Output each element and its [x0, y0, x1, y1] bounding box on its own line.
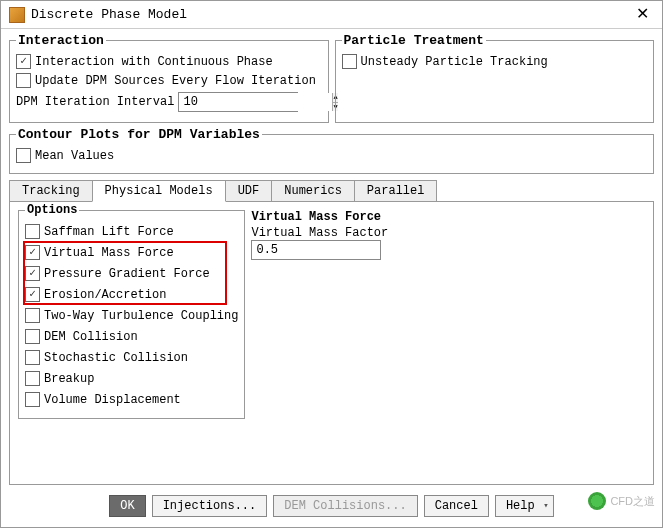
vmf-factor-label: Virtual Mass Factor: [251, 226, 388, 240]
interval-spinner[interactable]: ▲ ▼: [178, 92, 298, 112]
option-checkbox-0[interactable]: [25, 224, 40, 239]
cancel-button[interactable]: Cancel: [424, 495, 489, 517]
particle-treatment-group: Particle Treatment Unsteady Particle Tra…: [335, 33, 655, 123]
tab-numerics[interactable]: Numerics: [271, 180, 355, 202]
dialog-window: Discrete Phase Model ✕ Interaction Inter…: [0, 0, 663, 528]
option-checkbox-1[interactable]: [25, 245, 40, 260]
interaction-continuous-label: Interaction with Continuous Phase: [35, 55, 273, 69]
interaction-continuous-checkbox[interactable]: [16, 54, 31, 69]
tabs: Tracking Physical Models UDF Numerics Pa…: [9, 180, 654, 202]
option-checkbox-2[interactable]: [25, 266, 40, 281]
virtual-mass-force-group: Virtual Mass Force Virtual Mass Factor: [251, 210, 388, 260]
update-sources-checkbox[interactable]: [16, 73, 31, 88]
option-checkbox-3[interactable]: [25, 287, 40, 302]
option-label-0: Saffman Lift Force: [44, 225, 174, 239]
button-bar: OK Injections... DEM Collisions... Cance…: [9, 485, 654, 527]
injections-button[interactable]: Injections...: [152, 495, 268, 517]
option-checkbox-7[interactable]: [25, 371, 40, 386]
tab-physical-models[interactable]: Physical Models: [92, 180, 226, 202]
close-icon[interactable]: ✕: [630, 5, 654, 25]
dem-collisions-button[interactable]: DEM Collisions...: [273, 495, 417, 517]
contour-group: Contour Plots for DPM Variables Mean Val…: [9, 127, 654, 174]
option-checkbox-8[interactable]: [25, 392, 40, 407]
app-icon: [9, 7, 25, 23]
interaction-group: Interaction Interaction with Continuous …: [9, 33, 329, 123]
titlebar: Discrete Phase Model ✕: [1, 1, 662, 29]
unsteady-tracking-checkbox[interactable]: [342, 54, 357, 69]
ok-button[interactable]: OK: [109, 495, 145, 517]
option-label-5: DEM Collision: [44, 330, 138, 344]
options-group: Options Saffman Lift ForceVirtual Mass F…: [18, 210, 245, 419]
contour-legend: Contour Plots for DPM Variables: [16, 127, 262, 142]
option-checkbox-5[interactable]: [25, 329, 40, 344]
dialog-content: Interaction Interaction with Continuous …: [1, 29, 662, 527]
mean-values-checkbox[interactable]: [16, 148, 31, 163]
option-label-7: Breakup: [44, 372, 94, 386]
dialog-title: Discrete Phase Model: [31, 7, 630, 22]
option-checkbox-4[interactable]: [25, 308, 40, 323]
option-label-6: Stochastic Collision: [44, 351, 188, 365]
tab-udf[interactable]: UDF: [225, 180, 273, 202]
option-label-8: Volume Displacement: [44, 393, 181, 407]
unsteady-tracking-label: Unsteady Particle Tracking: [361, 55, 548, 69]
vmf-factor-input[interactable]: [251, 240, 381, 260]
particle-legend: Particle Treatment: [342, 33, 486, 48]
interval-label: DPM Iteration Interval: [16, 95, 174, 109]
interval-input[interactable]: [179, 93, 332, 111]
help-button[interactable]: Help: [495, 495, 554, 517]
option-checkbox-6[interactable]: [25, 350, 40, 365]
vmf-legend: Virtual Mass Force: [251, 210, 388, 224]
update-sources-label: Update DPM Sources Every Flow Iteration: [35, 74, 316, 88]
mean-values-label: Mean Values: [35, 149, 114, 163]
tab-body: Options Saffman Lift ForceVirtual Mass F…: [9, 201, 654, 485]
interaction-legend: Interaction: [16, 33, 106, 48]
options-legend: Options: [25, 203, 79, 217]
tab-tracking[interactable]: Tracking: [9, 180, 93, 202]
option-label-3: Erosion/Accretion: [44, 288, 166, 302]
option-label-2: Pressure Gradient Force: [44, 267, 210, 281]
option-label-4: Two-Way Turbulence Coupling: [44, 309, 238, 323]
tab-parallel[interactable]: Parallel: [354, 180, 438, 202]
option-label-1: Virtual Mass Force: [44, 246, 174, 260]
